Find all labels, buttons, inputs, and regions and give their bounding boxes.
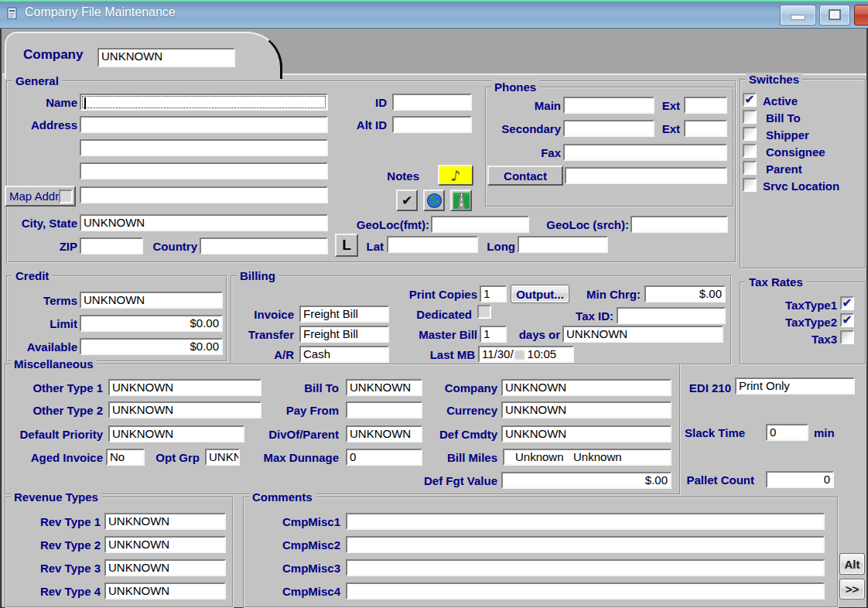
ar-input[interactable]: Cash (299, 346, 389, 363)
company-id-input[interactable]: UNKNOWN (97, 48, 235, 67)
mileage-button[interactable] (450, 190, 472, 211)
geocode-button[interactable] (423, 190, 445, 211)
srvc-location-label: Srvc Location (763, 179, 839, 193)
transfer-input[interactable]: Freight Bill (299, 326, 389, 343)
limit-input[interactable]: $0.00 (80, 315, 223, 332)
terms-input[interactable]: UNKNOWN (80, 292, 223, 309)
phone-secondary-input[interactable] (563, 120, 654, 137)
misc-bill-to-input[interactable]: UNKNOWN (346, 379, 422, 396)
tax3-label: Tax3 (766, 333, 837, 346)
credit-legend: Credit (12, 269, 52, 282)
cmpmisc3-label: CmpMisc3 (263, 562, 340, 575)
master-bill-label: Master Bill (391, 328, 477, 341)
available-input[interactable]: $0.00 (80, 338, 223, 355)
id-input[interactable] (392, 94, 472, 111)
invoice-input[interactable]: Freight Bill (299, 306, 389, 323)
alt-button[interactable]: Alt (839, 553, 865, 575)
switches-group: Switches (740, 79, 866, 269)
opt-grp-input[interactable]: UNKNOWN (205, 449, 240, 466)
print-copies-input[interactable]: 1 (480, 285, 507, 302)
bill-miles-input[interactable]: Unknown Unknown (503, 449, 672, 466)
minimize-button[interactable] (780, 5, 816, 26)
slack-time-unit-label: min (814, 426, 843, 439)
pallet-count-input[interactable]: 0 (766, 471, 834, 488)
print-copies-label: Print Copies (391, 288, 477, 301)
notes-button[interactable]: ♪ (438, 165, 473, 186)
max-dunnage-label: Max Dunnage (254, 451, 339, 464)
rev-type4-label: Rev Type 4 (15, 585, 101, 598)
taxtype2-checkbox[interactable]: ✔ (840, 313, 854, 327)
srvc-location-checkbox[interactable] (743, 178, 757, 192)
taxtype1-checkbox[interactable]: ✔ (840, 296, 854, 310)
phone-main-ext-input[interactable] (684, 97, 727, 114)
contact-input[interactable] (565, 167, 727, 184)
other-type2-input[interactable]: UNKNOWN (108, 401, 261, 418)
default-priority-input[interactable]: UNKNOWN (108, 425, 244, 442)
address-line1-input[interactable] (80, 116, 328, 133)
text-caret (84, 97, 86, 109)
geoloc-fmt-input[interactable] (431, 216, 529, 233)
geoloc-srch-input[interactable] (630, 216, 728, 233)
maximize-button[interactable] (819, 5, 850, 26)
rev-type1-input[interactable]: UNKNOWN (104, 513, 226, 530)
bill-to-checkbox[interactable] (743, 110, 757, 124)
close-button[interactable] (854, 5, 868, 26)
fax-input[interactable] (563, 144, 727, 161)
other-type1-input[interactable]: UNKNOWN (108, 379, 261, 396)
phone-secondary-ext-input[interactable] (684, 120, 727, 137)
pallet-count-label: Pallet Count (681, 473, 754, 487)
map-addr-input[interactable] (80, 186, 328, 203)
currency-input[interactable]: UNKNOWN (501, 401, 672, 418)
long-input[interactable] (518, 236, 608, 253)
aged-invoice-input[interactable]: No (106, 449, 145, 466)
slack-time-input[interactable]: 0 (766, 424, 808, 441)
output-button[interactable]: Output... (511, 285, 569, 303)
city-state-input[interactable]: UNKNOWN (80, 214, 328, 231)
dedicated-checkbox[interactable] (477, 305, 491, 319)
shipper-checkbox[interactable] (743, 127, 757, 141)
map-addr-checkbox[interactable] (59, 190, 73, 203)
taxtype1-label: TaxType1 (766, 299, 837, 312)
alt-id-input[interactable] (392, 116, 472, 133)
phone-main-label: Main (495, 99, 561, 112)
def-fgt-value-input[interactable]: $.00 (501, 472, 672, 489)
divof-parent-input[interactable]: UNKNOWN (346, 425, 422, 442)
phone-main-input[interactable] (563, 97, 654, 114)
max-dunnage-input[interactable]: 0 (346, 449, 422, 466)
lat-input[interactable] (387, 236, 478, 253)
days-or-input[interactable]: UNKNOWN (562, 326, 723, 343)
def-cmdty-input[interactable]: UNKNOWN (501, 425, 672, 442)
rev-type3-input[interactable]: UNKNOWN (104, 559, 226, 576)
rev-type4-input[interactable]: UNKNOWN (104, 582, 226, 599)
tax-id-input[interactable] (617, 307, 726, 324)
rev-type2-input[interactable]: UNKNOWN (104, 536, 226, 553)
contact-button[interactable]: Contact (487, 166, 563, 186)
map-addr-button[interactable]: Map Addr (5, 186, 76, 207)
misc-company-input[interactable]: UNKNOWN (501, 379, 672, 396)
edi210-input[interactable]: Print Only (735, 377, 855, 395)
phone-secondary-ext-label: Ext (657, 122, 680, 135)
address-line3-input[interactable] (80, 162, 328, 179)
more-button[interactable]: >> (839, 579, 865, 599)
pay-from-input[interactable] (346, 401, 422, 418)
master-bill-input[interactable]: 1 (480, 326, 507, 343)
last-mb-input[interactable]: 11/30/10:05 (478, 346, 574, 363)
cmpmisc2-input[interactable] (346, 536, 825, 553)
cmpmisc4-input[interactable] (346, 582, 825, 599)
cmpmisc3-input[interactable] (346, 559, 825, 576)
tax3-checkbox[interactable] (840, 330, 854, 344)
address-line2-input[interactable] (80, 139, 328, 156)
name-input[interactable] (80, 94, 328, 111)
phone-secondary-label: Secondary (486, 122, 561, 135)
min-chrg-input[interactable]: $.00 (644, 285, 726, 302)
phones-legend: Phones (491, 80, 539, 94)
consignee-checkbox[interactable] (743, 144, 757, 158)
locate-button[interactable]: L (335, 234, 358, 257)
tab-company[interactable]: Company UNKNOWN (5, 32, 282, 79)
parent-checkbox[interactable] (743, 161, 757, 175)
active-checkbox[interactable]: ✔ (743, 93, 757, 107)
country-input[interactable] (200, 237, 328, 254)
last-mb-date: 11/30/ (482, 347, 514, 360)
verify-button[interactable]: ✔ (396, 190, 418, 211)
cmpmisc1-input[interactable] (346, 513, 825, 530)
